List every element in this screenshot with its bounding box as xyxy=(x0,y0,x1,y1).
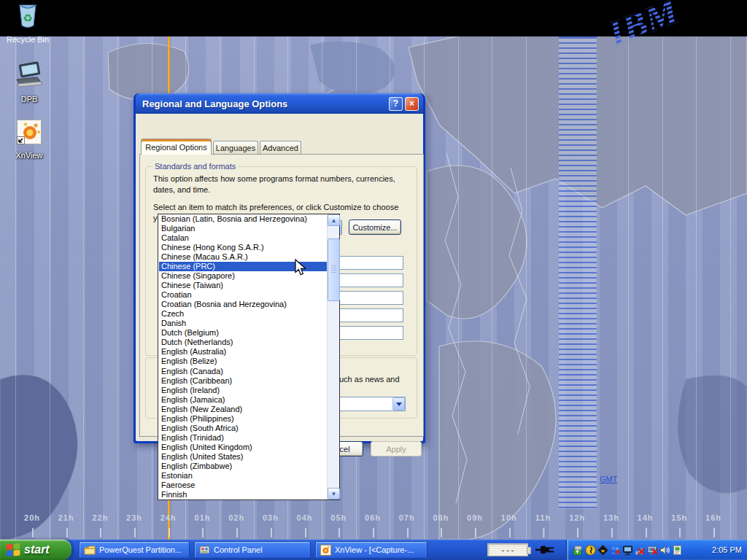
tray-volume-icon[interactable] xyxy=(659,544,670,556)
language-list-item[interactable]: English (Jamaica) xyxy=(159,395,327,405)
language-list-item[interactable]: English (South Africa) xyxy=(159,424,327,433)
timezone-label: 23h xyxy=(126,513,142,522)
language-list-item[interactable]: Dutch (Belgium) xyxy=(159,328,327,338)
tab-languages[interactable]: Languages xyxy=(213,141,258,155)
timezone-line xyxy=(526,36,527,540)
language-list-item[interactable]: Estonian xyxy=(159,471,327,481)
taskbar: start PowerQuest Partition... Control Pa… xyxy=(0,540,747,560)
scrollbar-down-arrow-icon[interactable]: ▼ xyxy=(328,488,340,499)
taskbar-button-xnview[interactable]: XnView - [<Capture-... xyxy=(315,541,427,559)
language-list-item[interactable]: Bosnian (Latin, Bosnia and Herzegovina) xyxy=(159,214,327,224)
timezone-label: 20h xyxy=(24,513,40,522)
language-list-items: Bosnian (Latin, Bosnia and Herzegovina)B… xyxy=(159,214,327,499)
list-scrollbar[interactable]: ▲ ▼ xyxy=(327,214,339,499)
combobox-dropdown-arrow-icon[interactable] xyxy=(392,397,405,411)
timezone-label: 03h xyxy=(263,513,279,522)
tray-system-flag-icon[interactable] xyxy=(671,544,683,556)
language-list-item[interactable]: English (Canada) xyxy=(159,367,327,376)
dialog-titlebar[interactable]: Regional and Language Options ? × xyxy=(136,93,423,114)
language-list-item[interactable]: Bulgarian xyxy=(159,224,327,233)
timezone-label: 22h xyxy=(92,513,108,522)
language-list-item[interactable]: English (Belize) xyxy=(159,357,327,366)
timezone-line xyxy=(458,36,459,540)
timezone-label: 12h xyxy=(569,513,585,522)
timezone-label: 10h xyxy=(501,513,517,522)
language-list-item[interactable]: English (Ireland) xyxy=(159,386,327,395)
language-list-item[interactable]: Czech xyxy=(159,309,327,319)
desktop-icon-recycle-bin[interactable]: ♻ Recycle Bin xyxy=(0,3,55,45)
language-list-item[interactable]: English (Trinidad) xyxy=(159,433,327,443)
language-list-item[interactable]: English (Caribbean) xyxy=(159,376,327,386)
language-list-item[interactable]: Dutch (Netherlands) xyxy=(159,338,327,347)
language-list-item[interactable]: English (United States) xyxy=(159,452,327,462)
system-tray: 2:05 PM xyxy=(566,540,747,560)
language-list-item[interactable]: English (United Kingdom) xyxy=(159,443,327,452)
start-button[interactable]: start xyxy=(0,540,71,560)
language-list-item[interactable]: Catalan xyxy=(159,233,327,243)
wallpaper-top-bar: IBM xyxy=(0,0,747,36)
timezone-line xyxy=(730,36,731,540)
timezone-label: 05h xyxy=(330,513,347,522)
timezone-line xyxy=(50,36,50,540)
standards-groupbox-caption: Standards and formats xyxy=(152,162,238,171)
timezone-label-strip: 20h21h22h23h24h01h02h03h04h05h06h07h08h0… xyxy=(0,509,747,540)
location-text-fragment: uch as news and xyxy=(339,374,400,385)
desktop-icon-label: DPB xyxy=(20,95,39,104)
scrollbar-thumb[interactable] xyxy=(328,238,340,301)
language-list-item[interactable]: Croatian (Bosnia and Herzegovina) xyxy=(159,300,327,309)
timezone-label: 11h xyxy=(535,513,551,522)
gmt-meridian-band xyxy=(559,36,597,509)
timezone-label: 01h xyxy=(195,513,211,522)
timezone-label: 04h xyxy=(297,513,313,522)
taskbar-button-control-panel[interactable]: Control Panel xyxy=(194,541,311,559)
taskbar-button-powerquest[interactable]: PowerQuest Partition... xyxy=(79,541,190,559)
timezone-label: 14h xyxy=(638,513,654,522)
timezone-label: 06h xyxy=(365,513,381,522)
timezone-label: 07h xyxy=(399,513,415,522)
timezone-line xyxy=(15,36,16,540)
language-list-item[interactable]: English (Philippines) xyxy=(159,414,327,424)
language-list-item[interactable]: Chinese (Taiwan) xyxy=(159,281,327,290)
standards-description: This option affects how some programs fo… xyxy=(153,174,410,195)
tab-advanced[interactable]: Advanced xyxy=(260,141,301,155)
language-list-item[interactable]: Chinese (Hong Kong S.A.R.) xyxy=(159,243,327,252)
dialog-title: Regional and Language Options xyxy=(142,98,387,109)
tab-regional-options[interactable]: Regional Options xyxy=(141,139,212,155)
windows-flag-icon xyxy=(6,543,20,557)
tray-hardware-eject-icon[interactable] xyxy=(572,544,584,556)
language-list-item[interactable]: Faeroese xyxy=(159,481,327,490)
tray-network-monitor-icon[interactable] xyxy=(622,544,633,556)
language-list-item[interactable]: English (Zimbabwe) xyxy=(159,462,327,471)
apply-button[interactable]: Apply xyxy=(371,441,422,456)
timezone-label: 08h xyxy=(433,513,449,522)
taskbar-clock: 2:05 PM xyxy=(712,540,742,560)
help-button[interactable]: ? xyxy=(389,97,403,111)
timezone-line xyxy=(628,36,629,540)
xnview-task-icon xyxy=(320,545,331,556)
language-list-item[interactable]: English (New Zealand) xyxy=(159,405,327,414)
language-list-item[interactable]: Danish xyxy=(159,319,327,328)
tray-battery-status-icon[interactable] xyxy=(584,544,596,556)
language-list-item[interactable]: Finnish xyxy=(159,490,327,499)
close-button[interactable]: × xyxy=(405,97,419,111)
timezone-line xyxy=(662,36,663,540)
tray-display-disabled-icon[interactable] xyxy=(646,544,658,556)
tray-thinkpad-utility-icon[interactable] xyxy=(597,544,608,556)
customize-button[interactable]: Customize... xyxy=(349,219,401,235)
ac-power-plug-icon xyxy=(535,542,555,557)
scrollbar-up-arrow-icon[interactable]: ▲ xyxy=(328,214,340,226)
tray-users-offline-icon[interactable] xyxy=(609,544,621,556)
laptop-icon xyxy=(13,61,45,89)
timezone-line xyxy=(117,36,118,540)
desktop: GMT IBM ♻ Recycle Bin xyxy=(0,0,747,560)
tray-wireless-disabled-icon[interactable] xyxy=(634,544,646,556)
language-list-item[interactable]: Croatian xyxy=(159,290,327,300)
language-dropdown-list: Bosnian (Latin, Bosnia and Herzegovina)B… xyxy=(158,214,340,500)
timezone-label: 09h xyxy=(467,513,483,522)
mouse-cursor xyxy=(295,259,308,278)
language-list-item[interactable]: English (Australia) xyxy=(159,347,327,357)
desktop-icon-xnview[interactable]: XnView xyxy=(1,119,57,161)
desktop-icon-dpb[interactable]: DPB xyxy=(1,61,57,105)
desktop-icon-label: XnView xyxy=(14,151,44,160)
folder-icon xyxy=(84,545,96,555)
